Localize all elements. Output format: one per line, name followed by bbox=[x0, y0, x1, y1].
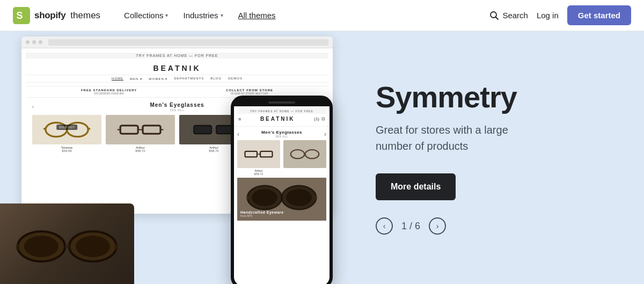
svg-point-27 bbox=[305, 150, 319, 159]
hero-title: Symmetry bbox=[376, 81, 612, 114]
mockup-dot-2 bbox=[32, 40, 36, 44]
mobile-cart-icon: ⊡ bbox=[321, 116, 325, 121]
beatnik-header: BEATNIK HOME MEN ▾ WOMEN ▾ DEPARTMENTS B… bbox=[26, 59, 328, 86]
mobile-sunglasses-img bbox=[244, 183, 319, 213]
search-button[interactable]: Search bbox=[489, 11, 528, 20]
mobile-products-title: Men's Eyeglasses bbox=[261, 130, 302, 135]
pagination-left-icon: ‹ bbox=[383, 222, 386, 230]
industries-chevron-icon: ▾ bbox=[221, 12, 223, 18]
mobile-product-1: Arthur $58.72 bbox=[237, 140, 280, 176]
pagination-text: 1 / 6 bbox=[401, 221, 420, 232]
svg-text:S: S bbox=[16, 10, 23, 21]
promo-collect: COLLECT FROM STORE IN OUR NY STORE NEXT … bbox=[226, 89, 273, 95]
svg-rect-23 bbox=[245, 151, 258, 157]
beatnik-banner: TRY FRAMES AT HOME — FOR FREE bbox=[26, 53, 328, 59]
beatnik-nav-blog: BLOG bbox=[210, 77, 222, 81]
svg-point-26 bbox=[291, 150, 305, 159]
svg-point-35 bbox=[286, 189, 312, 206]
mockup-dot-1 bbox=[26, 40, 30, 44]
mobile-bottom-img: Handcrafted Eyeware from $75 bbox=[237, 178, 326, 221]
mobile-product-2 bbox=[283, 140, 326, 176]
mobile-glasses-2 bbox=[289, 144, 321, 164]
mobile-next-icon: › bbox=[324, 130, 326, 138]
svg-line-3 bbox=[496, 17, 499, 19]
pagination-prev-button[interactable]: ‹ bbox=[376, 217, 393, 235]
svg-point-34 bbox=[252, 189, 277, 206]
mobile-banner: TRY FRAMES AT HOME — FOR FREE bbox=[237, 108, 326, 114]
mobile-bottom-sub: from $75 bbox=[240, 214, 284, 217]
svg-rect-8 bbox=[120, 126, 138, 134]
product-img-2 bbox=[106, 115, 175, 144]
hero-subtitle: Great for stores with a large number of … bbox=[376, 122, 547, 154]
beatnik-nav-home: HOME bbox=[112, 77, 123, 81]
hero-section: TRY FRAMES AT HOME — FOR FREE BEATNIK HO… bbox=[0, 31, 644, 284]
mobile-notch bbox=[234, 99, 330, 106]
glasses-img-2 bbox=[113, 121, 168, 139]
mockup-address-bar bbox=[48, 39, 328, 46]
mobile-count-icon: (1) bbox=[314, 116, 319, 121]
logo-sub-text: themes bbox=[70, 10, 100, 21]
mockup-bar bbox=[21, 37, 333, 48]
logo-brand-text: shopify bbox=[34, 10, 65, 21]
svg-rect-9 bbox=[143, 126, 160, 134]
product-card-2: Arthur $58.72 bbox=[106, 115, 175, 152]
mobile-header: TRY FRAMES AT HOME — FOR FREE ≡ BEATNIK … bbox=[234, 106, 330, 127]
nav-all-themes[interactable]: All themes bbox=[232, 6, 282, 24]
login-button[interactable]: Log in bbox=[537, 11, 559, 20]
mobile-product-img-1 bbox=[237, 140, 280, 168]
collections-chevron-icon: ▾ bbox=[165, 12, 168, 18]
mobile-logo-text: BEATNIK bbox=[260, 116, 295, 122]
nav-links: Collections ▾ Industries ▾ All themes bbox=[118, 6, 489, 24]
logo[interactable]: S shopify themes bbox=[13, 7, 100, 24]
hero-text: Symmetry Great for stores with a large n… bbox=[354, 31, 644, 284]
sunglasses-bg bbox=[0, 203, 134, 284]
shopify-logo-icon: S bbox=[13, 7, 30, 24]
mobile-bottom-img-area: Handcrafted Eyeware from $75 bbox=[237, 178, 326, 221]
mobile-bottom-title: Handcrafted Eyeware bbox=[240, 210, 284, 214]
nav-industries[interactable]: Industries ▾ bbox=[177, 6, 229, 24]
beatnik-nav-demos: DEMOS bbox=[228, 77, 243, 81]
nav-right: Search Log in Get started bbox=[489, 5, 631, 25]
mobile-products: ‹ Men's Eyeglasses SEE ALL › bbox=[234, 127, 330, 224]
mobile-menu-icon: ≡ bbox=[238, 116, 241, 122]
mobile-section-title-area: Men's Eyeglasses SEE ALL bbox=[261, 130, 302, 138]
mobile-product-img-2 bbox=[283, 140, 326, 168]
sold-out-badge: SOLD OUT bbox=[56, 125, 78, 130]
mobile-logo-row: ≡ BEATNIK (1) ⊡ bbox=[237, 114, 326, 124]
svg-rect-13 bbox=[194, 126, 211, 134]
mobile-products-header: ‹ Men's Eyeglasses SEE ALL › bbox=[237, 130, 326, 138]
hero-preview: TRY FRAMES AT HOME — FOR FREE BEATNIK HO… bbox=[0, 31, 354, 284]
products-title: Men's Eyeglasses SEE ALL bbox=[150, 102, 204, 112]
beatnik-nav-dept: DEPARTMENTS bbox=[174, 77, 204, 81]
beatnik-nav: HOME MEN ▾ WOMEN ▾ DEPARTMENTS BLOG DEMO… bbox=[26, 75, 328, 83]
mobile-glasses-1 bbox=[243, 144, 275, 164]
svg-point-42 bbox=[76, 236, 110, 257]
mobile-mockup: TRY FRAMES AT HOME — FOR FREE ≡ BEATNIK … bbox=[231, 96, 333, 284]
beatnik-nav-women: WOMEN ▾ bbox=[149, 77, 167, 81]
svg-rect-24 bbox=[260, 151, 273, 157]
search-icon bbox=[489, 11, 499, 20]
product-card-1: SOLD OUT Tortoise $43.06 bbox=[32, 115, 101, 152]
sunglasses-large-icon bbox=[13, 222, 121, 271]
mockup-dot-3 bbox=[39, 40, 42, 44]
products-prev-icon: ‹ bbox=[32, 104, 34, 110]
mobile-prev-icon: ‹ bbox=[237, 130, 239, 138]
pagination: ‹ 1 / 6 › bbox=[376, 217, 612, 235]
mobile-products-see: SEE ALL bbox=[261, 135, 302, 138]
mobile-screen: TRY FRAMES AT HOME — FOR FREE ≡ BEATNIK … bbox=[234, 106, 330, 284]
pagination-right-icon: › bbox=[436, 222, 439, 230]
navbar: S shopify themes Collections ▾ Industrie… bbox=[0, 0, 644, 31]
nav-collections[interactable]: Collections ▾ bbox=[118, 6, 174, 24]
beatnik-logo: BEATNIK bbox=[26, 61, 328, 75]
get-started-button[interactable]: Get started bbox=[567, 5, 631, 25]
more-details-button[interactable]: More details bbox=[376, 173, 456, 200]
pagination-next-button[interactable]: › bbox=[429, 217, 446, 235]
mobile-product-grid: Arthur $58.72 bbox=[237, 140, 326, 176]
svg-point-41 bbox=[24, 236, 58, 257]
beatnik-nav-men: MEN ▾ bbox=[130, 77, 142, 81]
mobile-icons: (1) ⊡ bbox=[314, 116, 325, 121]
promo-delivery: FREE STANDARD DELIVERY ON ORDERS OVER $6… bbox=[81, 89, 137, 95]
